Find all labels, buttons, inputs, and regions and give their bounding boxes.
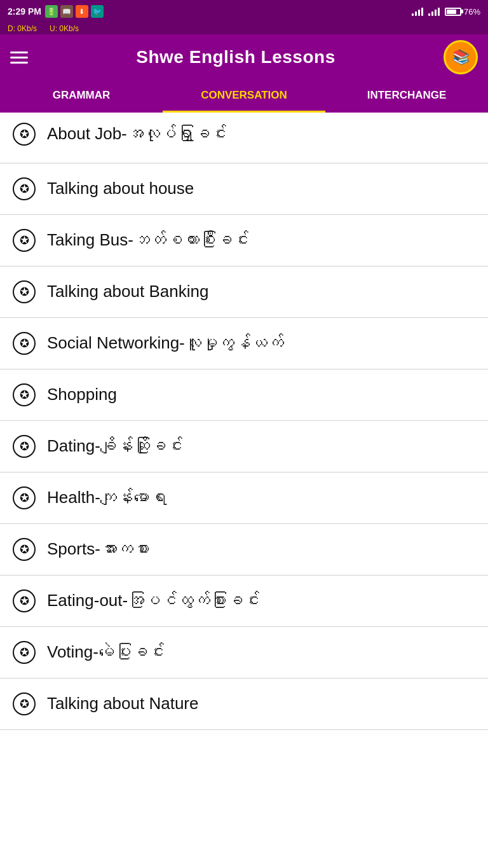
network-bar: D: 0Kb/s U: 0Kb/s (0, 23, 488, 34)
list-item-text: Talking about house (47, 178, 194, 200)
app-icon-3: ⬇ (76, 5, 88, 18)
list-item[interactable]: ✪ Talking about Banking (0, 266, 488, 318)
star-icon: ✪ (13, 538, 36, 561)
list-item-text: Health-ကျန်းမာရေး (47, 487, 167, 509)
list-item-text: Eating-out-အပြင်ထွက်စားခြင်း (47, 590, 260, 612)
tab-interchange[interactable]: INTERCHANGE (325, 80, 488, 111)
star-icon: ✪ (13, 177, 36, 200)
list-item[interactable]: ✪ Social Networking-လူမှုကွန်ယက် (0, 318, 488, 369)
upload-speed: U: 0Kb/s (50, 24, 79, 33)
avatar[interactable]: 📚 (444, 40, 478, 74)
app-icon-2: 📖 (60, 5, 73, 18)
star-icon: ✪ (13, 123, 36, 146)
list-item-text: Talking about Nature (47, 693, 198, 715)
list-item-text: Talking about Banking (47, 281, 208, 303)
star-icon: ✪ (13, 332, 36, 355)
list-item[interactable]: ✪ Shopping (0, 369, 488, 421)
list-item-text: Social Networking-လူမှုကွန်ယက် (47, 333, 284, 354)
bar1 (412, 13, 414, 16)
list-item[interactable]: ✪ Health-ကျန်းမာရေး (0, 472, 488, 524)
star-icon: ✪ (13, 435, 36, 458)
download-speed: D: 0Kb/s (8, 24, 37, 33)
hamburger-line-1 (10, 52, 28, 53)
avatar-inner: 📚 (445, 42, 476, 72)
list-item[interactable]: ✪ About Job-အလုပ်ရှာခြင်း (0, 113, 488, 163)
star-icon: ✪ (13, 229, 36, 252)
list-item[interactable]: ✪ Sports-အားကစား (0, 524, 488, 575)
list-item-text: About Job-အလုပ်ရှာခြင်း (47, 123, 227, 145)
app-header: Shwe English Lessons 📚 (0, 34, 488, 80)
bar4 (421, 8, 423, 16)
app-icon-4: 🐦 (91, 5, 104, 18)
bar6 (431, 11, 433, 16)
signal-bars-1 (412, 8, 423, 16)
hamburger-line-3 (10, 62, 28, 64)
hamburger-menu-button[interactable] (10, 52, 28, 64)
battery-fill (447, 10, 456, 14)
status-left: 2:29 PM 🔋 📖 ⬇ 🐦 (8, 5, 104, 18)
tab-conversation[interactable]: CONVERSATION (163, 80, 325, 113)
list-item[interactable]: ✪ Talking about house (0, 163, 488, 215)
star-icon: ✪ (13, 641, 36, 664)
bar3 (418, 10, 420, 16)
signal-bars-2 (428, 8, 440, 16)
list-item-text: Dating-ချိန်းဆိုခြင်း (47, 436, 183, 457)
app-title: Shwe English Lessons (136, 47, 335, 67)
bar5 (428, 13, 430, 16)
list-item[interactable]: ✪ Voting-မဲပေးခြင်း (0, 627, 488, 679)
lesson-list: ✪ About Job-အလုပ်ရှာခြင်း ✪ Talking abou… (0, 113, 488, 730)
status-bar: 2:29 PM 🔋 📖 ⬇ 🐦 76% (0, 0, 488, 23)
status-right: 76% (412, 7, 480, 17)
star-icon: ✪ (13, 692, 36, 715)
battery-percent: 76% (464, 7, 480, 17)
list-item-text: Shopping (47, 384, 117, 406)
list-item[interactable]: ✪ Taking Bus-ဘတ်စကားစီးခြင်း (0, 215, 488, 266)
list-item-text: Voting-မဲပေးခြင်း (47, 642, 165, 663)
tab-bar: GRAMMAR CONVERSATION INTERCHANGE (0, 80, 488, 113)
tab-grammar[interactable]: GRAMMAR (0, 80, 163, 111)
status-icons: 🔋 📖 ⬇ 🐦 (45, 5, 104, 18)
list-item-text: Taking Bus-ဘတ်စကားစီးခြင်း (47, 230, 249, 251)
app-icon-1: 🔋 (45, 5, 58, 18)
list-item[interactable]: ✪ Talking about Nature (0, 679, 488, 730)
star-icon: ✪ (13, 280, 36, 303)
star-icon: ✪ (13, 589, 36, 612)
bar8 (438, 8, 440, 16)
list-item[interactable]: ✪ Eating-out-အပြင်ထွက်စားခြင်း (0, 575, 488, 627)
avatar-emoji: 📚 (452, 49, 470, 65)
battery-icon (445, 8, 461, 16)
bar2 (415, 11, 417, 16)
bar7 (435, 10, 437, 16)
star-icon: ✪ (13, 383, 36, 406)
list-item-text: Sports-အားကစား (47, 539, 150, 560)
list-item[interactable]: ✪ Dating-ချိန်းဆိုခြင်း (0, 421, 488, 472)
star-icon: ✪ (13, 486, 36, 509)
hamburger-line-2 (10, 57, 28, 59)
battery: 76% (445, 7, 480, 17)
status-time: 2:29 PM (8, 6, 41, 17)
